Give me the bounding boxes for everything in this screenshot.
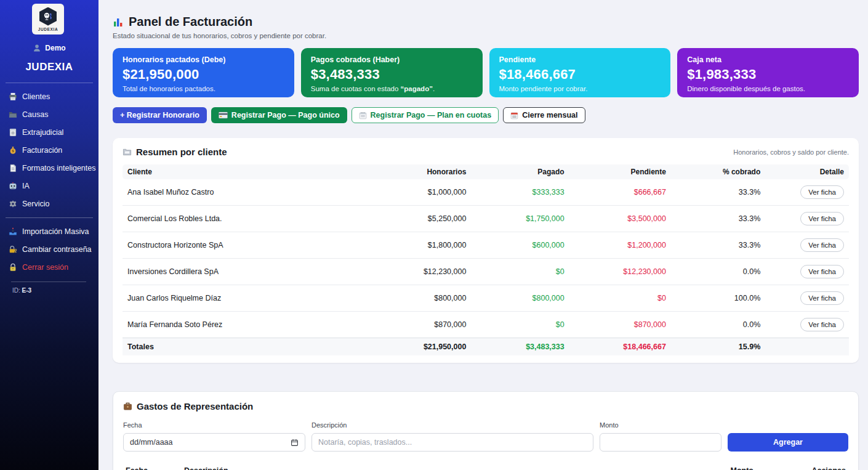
summary-title-text: Resumen por cliente xyxy=(136,147,227,157)
sidebar-item-label: Facturación xyxy=(22,146,62,155)
registrar-pago-unico-button[interactable]: Registrar Pago — Pago único xyxy=(211,107,347,123)
briefcase-icon xyxy=(123,402,132,411)
user-id-label: ID: xyxy=(12,287,20,294)
ver-ficha-button[interactable]: Ver ficha xyxy=(800,212,844,225)
cell-pct: 0.0% xyxy=(671,312,765,338)
cell-client: María Fernanda Soto Pérez xyxy=(123,312,369,338)
cell-client: Inversiones Cordillera SpA xyxy=(123,259,369,285)
column-header-cliente: Cliente xyxy=(123,164,369,179)
amount-input[interactable] xyxy=(600,433,721,452)
sidebar-item-causas[interactable]: Causas xyxy=(9,110,98,119)
registrar-pago-cuotas-button[interactable]: Registrar Pago — Plan en cuotas xyxy=(352,107,499,123)
cell-pagado: $800,000 xyxy=(471,285,569,312)
sidebar-item-extrajudicial[interactable]: Extrajudicial xyxy=(9,128,98,137)
cell-pagado: $0 xyxy=(471,312,569,338)
logo-hexagon-icon xyxy=(39,7,57,26)
cell-honorarios: $870,000 xyxy=(369,312,471,338)
folder-icon xyxy=(9,110,17,119)
sidebar-item-importacion[interactable]: Importación Masiva xyxy=(9,227,98,236)
cell-pct: 100.0% xyxy=(671,285,765,312)
expenses-table: Fecha Descripción Monto Acciones 25-03-2… xyxy=(123,463,848,470)
summary-panel: Resumen por cliente Honorarios, cobros y… xyxy=(113,138,859,363)
cell-honorarios: $1,000,000 xyxy=(369,179,471,206)
app-window: JUDEXIA Demo JUDEXIA Clientes Causas xyxy=(0,0,868,470)
cell-client: Juan Carlos Riquelme Díaz xyxy=(123,285,369,312)
sidebar-item-clientes[interactable]: Clientes xyxy=(9,92,98,101)
expense-form: Fecha dd/mm/aaaa Descripción Mon xyxy=(123,421,848,452)
logo-wordmark: JUDEXIA xyxy=(38,27,58,31)
cell-honorarios: $12,230,000 xyxy=(369,259,471,285)
column-header-pagado: Pagado xyxy=(471,164,569,179)
app-logo: JUDEXIA xyxy=(32,4,64,34)
ver-ficha-button[interactable]: Ver ficha xyxy=(800,238,844,252)
button-label: + Registrar Honorario xyxy=(120,111,199,120)
summary-table: Cliente Honorarios Pagado Pendiente % co… xyxy=(123,164,849,355)
cell-client: Ana Isabel Muñoz Castro xyxy=(123,179,369,206)
lock-key-icon xyxy=(9,245,17,254)
ver-ficha-button[interactable]: Ver ficha xyxy=(800,318,844,331)
page-title: Panel de Facturación xyxy=(113,15,859,29)
sidebar-nav-secondary: Importación Masiva Cambiar contraseña Ce… xyxy=(0,227,98,272)
cell-pendiente: $666,667 xyxy=(569,179,671,206)
sidebar-item-formatos[interactable]: Formatos inteligentes xyxy=(9,164,98,172)
sidebar-item-contrasena[interactable]: Cambiar contraseña xyxy=(9,245,98,254)
totals-label: Totales xyxy=(123,338,369,356)
card-value: $1,983,333 xyxy=(687,67,849,83)
calendar-picker-icon[interactable] xyxy=(291,439,299,447)
user-name: Demo xyxy=(45,44,65,52)
cell-pct: 33.3% xyxy=(671,232,765,259)
cell-pagado: $1,750,000 xyxy=(471,206,569,232)
sidebar-item-label: Extrajudicial xyxy=(22,128,63,137)
ver-ficha-button[interactable]: Ver ficha xyxy=(800,265,844,278)
ver-ficha-button[interactable]: Ver ficha xyxy=(800,185,844,199)
cell-pagado: $600,000 xyxy=(471,232,569,259)
date-field-label: Fecha xyxy=(123,421,305,429)
card-honorarios-pactados: Honorarios pactados (Debe) $21,950,000 T… xyxy=(113,48,294,97)
lock-icon xyxy=(9,263,17,272)
inbox-tray-icon xyxy=(9,227,17,236)
registrar-honorario-button[interactable]: + Registrar Honorario xyxy=(113,107,207,123)
sidebar-item-ia[interactable]: IA xyxy=(9,182,98,190)
column-header-detalle: Detalle xyxy=(765,164,849,179)
date-placeholder: dd/mm/aaaa xyxy=(130,438,172,447)
table-row: Ana Isabel Muñoz Castro $1,000,000 $333,… xyxy=(123,179,849,206)
sidebar-item-label: IA xyxy=(22,182,30,190)
cierre-mensual-button[interactable]: Cierre mensual xyxy=(503,107,585,123)
agregar-button[interactable]: Agregar xyxy=(728,433,848,452)
button-label: Registrar Pago — Pago único xyxy=(231,111,340,120)
card-label: Caja neta xyxy=(687,55,849,64)
cell-client: Comercial Los Robles Ltda. xyxy=(123,206,369,232)
ver-ficha-button[interactable]: Ver ficha xyxy=(800,291,844,305)
cell-pendiente: $0 xyxy=(569,285,671,312)
cell-pagado: $333,333 xyxy=(471,179,569,206)
totals-pendiente: $18,466,667 xyxy=(569,338,671,356)
date-input[interactable]: dd/mm/aaaa xyxy=(123,433,305,452)
card-label: Pagos cobrados (Haber) xyxy=(311,55,473,64)
sidebar-item-label: Formatos inteligentes xyxy=(22,164,96,172)
user-icon xyxy=(33,44,41,52)
brand-title: JUDEXIA xyxy=(0,61,98,73)
bar-chart-icon xyxy=(113,17,124,28)
cell-pendiente: $870,000 xyxy=(569,312,671,338)
card-caption: Total de honorarios pactados. xyxy=(123,85,284,92)
sidebar-item-label: Clientes xyxy=(22,92,50,101)
main-content: Panel de Facturación Estado situacional … xyxy=(98,0,868,470)
button-label: Cierre mensual xyxy=(522,111,577,120)
cell-pendiente: $12,230,000 xyxy=(569,259,671,285)
expenses-title-text: Gastos de Representación xyxy=(137,401,253,411)
card-label: Pendiente xyxy=(499,55,661,64)
totals-honorarios: $21,950,000 xyxy=(369,338,471,356)
printer-icon xyxy=(9,92,17,101)
cell-pct: 0.0% xyxy=(671,259,765,285)
sidebar-item-cerrar-sesion[interactable]: Cerrar sesión xyxy=(9,263,98,272)
sidebar-item-servicio[interactable]: Servicio xyxy=(9,200,98,208)
description-input[interactable] xyxy=(311,433,593,452)
column-header-monto: Monto xyxy=(676,463,756,470)
sidebar-item-facturacion[interactable]: $ Facturación xyxy=(9,146,98,155)
calendar-icon xyxy=(510,111,518,120)
svg-text:$: $ xyxy=(12,148,14,153)
sidebar-item-label: Cambiar contraseña xyxy=(22,245,92,254)
card-value: $18,466,667 xyxy=(499,67,661,83)
card-caption: Monto pendiente por cobrar. xyxy=(499,85,661,92)
totals-row: Totales $21,950,000 $3,483,333 $18,466,6… xyxy=(123,338,849,356)
